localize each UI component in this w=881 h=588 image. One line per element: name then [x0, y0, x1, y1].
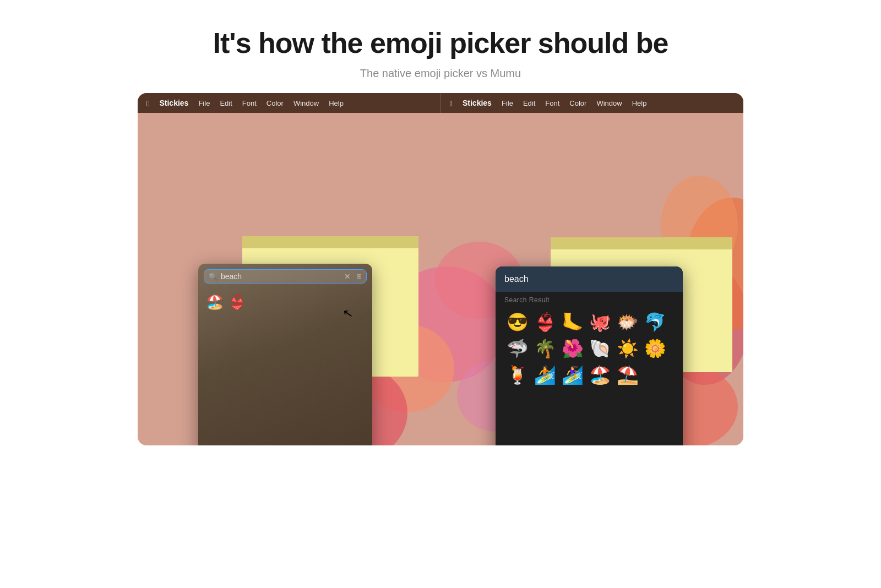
- menubar:  Stickies File Edit Font Color Window H…: [138, 93, 743, 113]
- mumu-emoji-octopus[interactable]: 🐙: [587, 309, 613, 335]
- sticky-note-tab-right: [551, 237, 732, 249]
- mumu-emoji-cocktail[interactable]: 🍹: [504, 362, 531, 388]
- native-picker-empty-area: [198, 316, 372, 445]
- app-name-left: Stickies: [159, 99, 188, 107]
- mumu-emoji-tropical-fish[interactable]: 🐡: [614, 309, 641, 335]
- clear-icon-native[interactable]: ✕: [344, 272, 351, 281]
- app-name-right: Stickies: [463, 99, 492, 107]
- native-search-inner: 🔍 beach ✕ ⊞: [204, 269, 367, 284]
- page-title: It's how the emoji picker should be: [213, 26, 668, 59]
- mumu-emoji-umbrella-beach[interactable]: ⛱️: [614, 362, 641, 388]
- mumu-emoji-beach[interactable]: 🏖️: [587, 362, 613, 388]
- menubar-right:  Stickies File Edit Font Color Window H…: [441, 99, 744, 108]
- mumu-emoji-shark[interactable]: 🦈: [504, 336, 531, 361]
- mumu-emoji-footprints[interactable]: 🦶: [559, 309, 586, 335]
- emoji-bikini[interactable]: 👙: [227, 292, 247, 312]
- menubar-left:  Stickies File Edit Font Color Window H…: [138, 99, 440, 108]
- search-icon-native: 🔍: [209, 273, 217, 281]
- menu-file-left[interactable]: File: [198, 99, 210, 107]
- mumu-emoji-shell[interactable]: 🐚: [587, 336, 613, 361]
- emoji-beach-umbrella-sand[interactable]: 🏖️: [205, 292, 225, 312]
- menu-window-left[interactable]: Window: [293, 99, 319, 107]
- grid-toggle-icon[interactable]: ⊞: [356, 273, 362, 280]
- mumu-emoji-sunglasses[interactable]: 😎: [504, 309, 531, 335]
- mumu-emoji-sun-face[interactable]: 🌼: [642, 336, 668, 361]
- menu-color-left[interactable]: Color: [267, 99, 284, 107]
- menu-edit-right[interactable]: Edit: [523, 99, 535, 107]
- sticky-note-tab-left: [242, 236, 418, 248]
- mumu-emoji-surfer-woman[interactable]: 🏄‍♀️: [559, 362, 586, 388]
- mumu-emoji-dolphin[interactable]: 🐬: [642, 309, 668, 335]
- mumu-results-grid: 😎 👙 🦶 🐙 🐡 🐬 🦈 🌴 🌺 🐚 ☀️ 🌼 🍹 🏄 🏄‍♀️ 🏖️ ⛱️: [496, 307, 683, 394]
- menu-color-right[interactable]: Color: [569, 99, 586, 107]
- comparison-container:  Stickies File Edit Font Color Window H…: [138, 93, 743, 445]
- apple-logo-right: : [450, 99, 453, 108]
- menu-font-right[interactable]: Font: [545, 99, 559, 107]
- mumu-search-input[interactable]: [496, 266, 683, 292]
- native-search-text[interactable]: beach: [221, 272, 341, 281]
- mumu-search-label: Search Result: [496, 292, 683, 307]
- mumu-emoji-sun[interactable]: ☀️: [614, 336, 641, 361]
- native-emoji-picker: 🔍 beach ✕ ⊞ 🏖️ 👙 🕐 😊 ⏰ 🗂️ ⚽ 🏛️ 💡 🔢 🚩 ›: [198, 264, 372, 445]
- mumu-emoji-hibiscus[interactable]: 🌺: [559, 336, 586, 361]
- apple-logo-left: : [146, 99, 149, 108]
- mumu-emoji-picker: Search Result 😎 👙 🦶 🐙 🐡 🐬 🦈 🌴 🌺 🐚 ☀️ 🌼 🍹…: [496, 266, 683, 445]
- menu-file-right[interactable]: File: [502, 99, 513, 107]
- mumu-search-bar: [496, 266, 683, 292]
- mumu-empty-area: [496, 394, 683, 445]
- page-header: It's how the emoji picker should be The …: [213, 0, 668, 93]
- menu-window-right[interactable]: Window: [596, 99, 622, 107]
- menu-help-right[interactable]: Help: [632, 99, 647, 107]
- menu-help-left[interactable]: Help: [329, 99, 344, 107]
- page-subtitle: The native emoji picker vs Mumu: [213, 67, 668, 80]
- menu-font-left[interactable]: Font: [242, 99, 257, 107]
- mumu-emoji-palm-tree[interactable]: 🌴: [532, 336, 558, 361]
- mumu-emoji-surfer[interactable]: 🏄: [532, 362, 558, 388]
- native-search-area: 🔍 beach ✕ ⊞: [198, 264, 372, 288]
- menu-edit-left[interactable]: Edit: [220, 99, 232, 107]
- mumu-emoji-bikini[interactable]: 👙: [532, 309, 558, 335]
